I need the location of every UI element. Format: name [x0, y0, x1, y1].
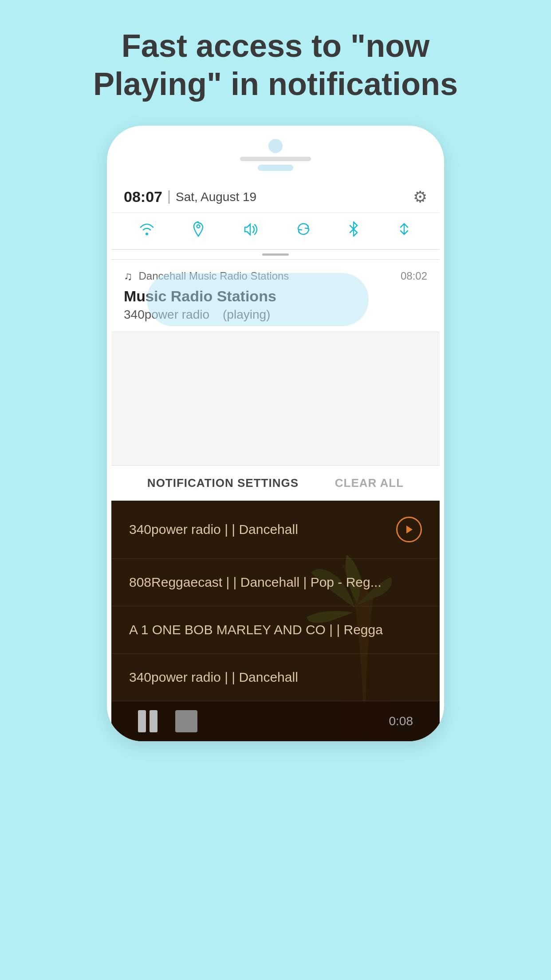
radio-list: 340power radio | | Dancehall 808Reggaeca…	[111, 501, 440, 741]
notif-status: (playing)	[223, 308, 270, 322]
phone-screen: 08:07 Sat, August 19 ⚙	[111, 180, 440, 741]
radio-item-label: 340power radio | | Dancehall	[129, 522, 298, 537]
notif-app-name: Dancehall Music Radio Stations	[139, 270, 289, 282]
notif-title: Music Radio Stations	[124, 288, 427, 305]
phone-home-pill	[258, 165, 293, 171]
player-timer: 0:08	[389, 714, 413, 728]
volume-icon[interactable]	[242, 221, 258, 240]
phone-speaker	[240, 157, 311, 161]
radio-item-label: 340power radio | | Dancehall	[129, 670, 298, 685]
pause-button[interactable]	[138, 710, 157, 732]
status-divider	[169, 190, 169, 204]
data-transfer-icon[interactable]	[396, 221, 412, 241]
stop-button[interactable]	[175, 710, 197, 732]
headline-line2: Playing" in notifications	[93, 66, 458, 102]
pause-bar-right	[150, 710, 157, 732]
location-icon[interactable]	[192, 221, 205, 241]
phone-camera	[268, 139, 283, 153]
pause-bar-left	[138, 710, 146, 732]
status-date: Sat, August 19	[176, 190, 256, 204]
phone-top-bar	[111, 139, 440, 175]
radio-item-label: 808Reggaecast | | Dancehall | Pop - Reg.…	[129, 575, 382, 590]
notif-station: 340power radio	[124, 308, 209, 322]
radio-item-label: A 1 ONE BOB MARLEY AND CO | | Regga	[129, 622, 383, 637]
phone-shell: 08:07 Sat, August 19 ⚙	[107, 126, 444, 741]
drag-handle-bar	[262, 253, 289, 256]
bluetooth-icon[interactable]	[348, 221, 359, 241]
status-time: 08:07	[124, 188, 162, 205]
svg-point-0	[197, 225, 200, 228]
empty-notification-area	[111, 332, 440, 465]
headline: Fast access to "now Playing" in notifica…	[76, 27, 475, 103]
notification-card[interactable]: ♫ Dancehall Music Radio Stations 08:02 M…	[111, 260, 440, 332]
notification-settings-button[interactable]: NOTIFICATION SETTINGS	[147, 476, 299, 490]
drag-handle	[111, 250, 440, 260]
notification-bottom-bar: NOTIFICATION SETTINGS CLEAR ALL	[111, 465, 440, 501]
player-bar: 0:08	[111, 701, 440, 741]
headline-line1: Fast access to "now	[122, 28, 429, 63]
sync-icon[interactable]	[295, 221, 311, 241]
radio-item[interactable]: 808Reggaecast | | Dancehall | Pop - Reg.…	[111, 559, 440, 606]
radio-item[interactable]: 340power radio | | Dancehall	[111, 501, 440, 559]
player-controls	[138, 710, 197, 732]
notif-header: ♫ Dancehall Music Radio Stations 08:02	[124, 269, 427, 283]
radio-item[interactable]: A 1 ONE BOB MARLEY AND CO | | Regga	[111, 606, 440, 654]
gear-icon[interactable]: ⚙	[413, 188, 427, 206]
notification-panel: ♫ Dancehall Music Radio Stations 08:02 M…	[111, 260, 440, 501]
quick-settings-panel	[111, 213, 440, 250]
play-button[interactable]	[396, 517, 422, 542]
clear-all-button[interactable]: CLEAR ALL	[335, 476, 404, 490]
status-bar-left: 08:07 Sat, August 19	[124, 188, 256, 205]
music-note-icon: ♫	[124, 269, 133, 283]
radio-item[interactable]: 340power radio | | Dancehall	[111, 654, 440, 701]
svg-marker-2	[406, 526, 413, 533]
notif-time: 08:02	[401, 270, 427, 282]
wifi-icon[interactable]	[139, 221, 155, 240]
status-bar: 08:07 Sat, August 19 ⚙	[111, 180, 440, 213]
